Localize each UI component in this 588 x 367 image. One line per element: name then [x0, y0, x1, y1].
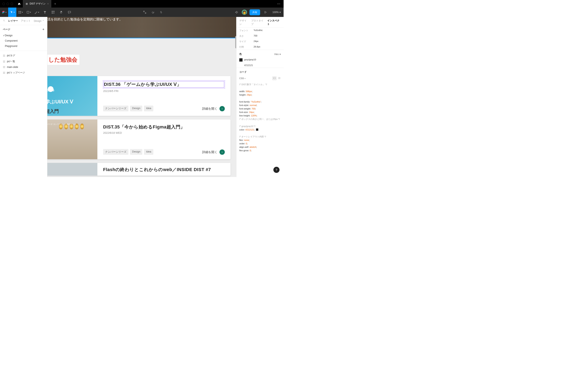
share-button[interactable]: 共有	[250, 9, 260, 15]
audio-icon[interactable]	[232, 8, 241, 17]
comment-tool-icon[interactable]	[65, 8, 73, 17]
tag[interactable]: ナンバーシリーズ	[103, 149, 129, 155]
add-page-button[interactable]: +	[43, 27, 44, 31]
card-tags: ナンバーシリーズ Design Idea	[103, 149, 153, 155]
design-tab[interactable]: デザイン	[239, 19, 248, 26]
svg-rect-9	[52, 13, 53, 13]
table-view-icon[interactable]	[278, 77, 281, 80]
search-icon[interactable]	[3, 19, 5, 22]
tag[interactable]: Idea	[144, 149, 153, 155]
chevron-right-icon: ›	[219, 106, 225, 111]
home-icon[interactable]	[16, 2, 23, 5]
layer-item[interactable]: pc/タグ	[0, 53, 47, 58]
zoom-window-icon[interactable]	[11, 3, 13, 5]
file-tab-label: DIST デザイン	[30, 2, 45, 6]
shape-tool-icon[interactable]: ▾	[25, 8, 33, 17]
typography-row: 行間28.8px	[236, 44, 284, 50]
canvas[interactable]: 流を目的とした勉強会を定期的に開催しています。 した勉強会 IST.36 学ぶU…	[47, 17, 236, 177]
chevron-down-icon: ▾	[279, 53, 281, 56]
pages-label: ページ	[3, 28, 10, 31]
svg-point-3	[2, 13, 3, 14]
svg-rect-11	[145, 13, 146, 13]
chevron-down-icon: ▾	[279, 11, 281, 14]
card-title-selected[interactable]: DIST.36 「ゲームから学ぶUI/UX Ⅴ」	[104, 81, 224, 87]
svg-rect-6	[27, 11, 29, 13]
card-title: Flashの終わりとこれからのweb／INSIDE DIST #7	[103, 167, 225, 173]
page-selector[interactable]: Design ⌃	[34, 20, 44, 22]
inspect-tabs: デザイン プロトタイプ インスペクト	[236, 17, 284, 28]
inspect-tab[interactable]: インスペクト	[267, 19, 281, 26]
card-thumbnail	[47, 163, 97, 175]
card-body: Flashの終わりとこれからのweb／INSIDE DIST #7	[97, 163, 231, 175]
user-avatar[interactable]: 👩	[242, 9, 247, 15]
window-controls	[0, 3, 16, 5]
chevron-right-icon: ›	[219, 150, 225, 155]
close-tab-icon[interactable]: ×	[47, 2, 49, 5]
component-controls-icon[interactable]	[141, 8, 149, 17]
frame-tool-icon[interactable]: ▾	[16, 8, 25, 17]
titlebar: DIST デザイン × + ⋯	[0, 0, 284, 8]
figma-menu-icon[interactable]: ▾	[0, 8, 8, 17]
svg-rect-10	[144, 11, 144, 12]
assets-tab[interactable]: アセット	[21, 19, 31, 23]
left-panel-tabs: レイヤー アセット Design ⌃	[0, 17, 47, 25]
resources-icon[interactable]	[49, 8, 57, 17]
hero-text: 流を目的とした勉強会を定期的に開催しています。	[47, 17, 122, 22]
code-view-icon[interactable]	[272, 76, 277, 80]
chevron-up-icon: ⌃	[42, 20, 44, 22]
tag[interactable]: Design	[130, 106, 142, 111]
code-toolbar: CSS ▾	[236, 75, 284, 82]
text-tool-icon[interactable]	[41, 8, 49, 17]
move-tool-icon[interactable]: ▾	[8, 8, 16, 17]
tag[interactable]: ナンバーシリーズ	[103, 106, 129, 111]
layer-item[interactable]: pc/一覧	[0, 58, 47, 64]
link-icon[interactable]	[157, 8, 165, 17]
prototype-tab[interactable]: プロトタイプ	[251, 19, 265, 26]
zoom-value: 100%	[272, 11, 279, 14]
thumb-text: 学ぶUI/UX Ⅴ	[47, 99, 73, 105]
tag[interactable]: Idea	[144, 106, 153, 111]
card-tags: ナンバーシリーズ Design Idea	[103, 106, 153, 111]
layer-item[interactable]: pc/トップページ	[0, 70, 47, 76]
event-card: Flashの終わりとこれからのweb／INSIDE DIST #7	[47, 163, 231, 175]
minimize-window-icon[interactable]	[7, 3, 9, 5]
present-icon[interactable]	[261, 8, 269, 17]
svg-rect-8	[53, 11, 54, 12]
chevron-down-icon: ▾	[245, 77, 246, 80]
color-format-selector[interactable]: Hex ▾	[274, 53, 281, 56]
detail-link[interactable]: 詳細を開く ›	[202, 150, 225, 155]
layer-item[interactable]: main-slide	[0, 64, 47, 70]
new-tab-button[interactable]: +	[51, 2, 59, 6]
typography-row: 太さ700	[236, 33, 284, 39]
color-section-head: 色 Hex ▾	[236, 50, 284, 57]
css-code[interactable]: /* DIST.数字「タイトル」 */ width: 586px; height…	[236, 82, 284, 154]
svg-rect-0	[26, 3, 28, 5]
pen-tool-icon[interactable]: ▾	[33, 8, 41, 17]
section-heading: した勉強会	[48, 56, 77, 64]
close-window-icon[interactable]	[2, 3, 5, 5]
page-item[interactable]: Component	[0, 38, 47, 43]
svg-point-12	[3, 20, 4, 21]
help-button[interactable]: ?	[273, 167, 279, 173]
zoom-selector[interactable]: 100%▾	[269, 11, 284, 14]
color-swatch	[239, 58, 242, 62]
hand-tool-icon[interactable]	[57, 8, 65, 17]
code-section-head: コード	[236, 68, 284, 75]
page-item[interactable]: Design	[0, 33, 47, 38]
card-body: DIST.36 「ゲームから学ぶUI/UX Ⅴ」 2022/8/5 FRI ナン…	[97, 76, 231, 116]
color-row[interactable]: gray/gray10	[236, 57, 284, 63]
code-lang-selector[interactable]: CSS ▾	[239, 77, 246, 80]
reset-icon[interactable]	[149, 8, 157, 17]
thumb-text: IST.36	[47, 89, 54, 92]
layers-tab[interactable]: レイヤー	[8, 19, 18, 23]
file-tab[interactable]: DIST デザイン ×	[23, 0, 51, 8]
detail-link[interactable]: 詳細を開く ›	[202, 106, 225, 111]
card-title: DIST.35「今から始めるFigma超入門」	[103, 124, 225, 130]
svg-rect-7	[52, 11, 53, 12]
tag[interactable]: Design	[130, 149, 142, 155]
typography-row: フォントYuGothic	[236, 28, 284, 33]
page-item[interactable]: Playground	[0, 43, 47, 49]
titlebar-menu-icon[interactable]: ⋯	[274, 2, 284, 6]
toolbar: ▾ ▾ ▾ ▾ ▾ 👩 共有 100%▾	[0, 8, 284, 17]
left-panel: レイヤー アセット Design ⌃ ページ + Design Componen…	[0, 17, 47, 177]
